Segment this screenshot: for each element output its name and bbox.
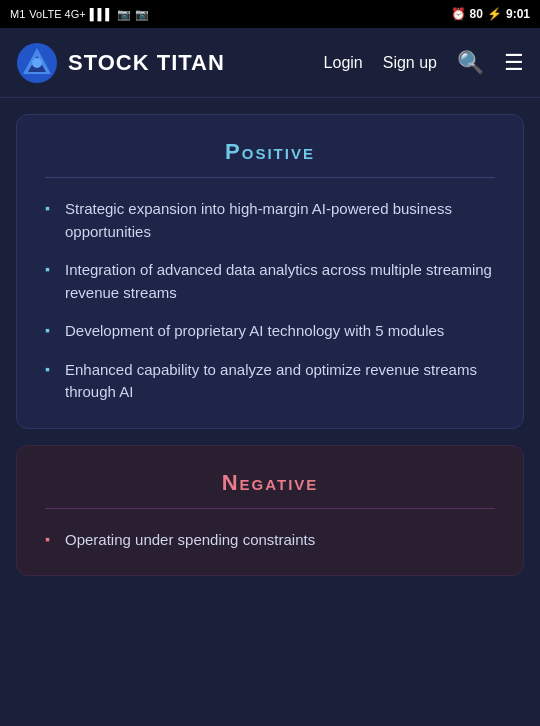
battery-label: 80 (470, 7, 483, 21)
negative-card-title: Negative (45, 470, 495, 496)
negative-divider (45, 508, 495, 509)
list-item: Enhanced capability to analyze and optim… (45, 359, 495, 404)
positive-divider (45, 177, 495, 178)
battery-icon: ⚡ (487, 7, 502, 21)
search-icon[interactable]: 🔍 (457, 50, 484, 76)
carrier-label: M1 (10, 8, 25, 20)
signal-icon: ▌▌▌ (90, 8, 113, 20)
status-left: M1 VoLTE 4G+ ▌▌▌ 📷 📷 (10, 8, 149, 21)
menu-icon[interactable]: ☰ (504, 50, 524, 76)
time-label: 9:01 (506, 7, 530, 21)
positive-card: Positive Strategic expansion into high-m… (16, 114, 524, 429)
positive-bullet-list: Strategic expansion into high-margin AI-… (45, 198, 495, 404)
list-item: Development of proprietary AI technology… (45, 320, 495, 343)
status-right: ⏰ 80 ⚡ 9:01 (451, 7, 530, 21)
status-bar: M1 VoLTE 4G+ ▌▌▌ 📷 📷 ⏰ 80 ⚡ 9:01 (0, 0, 540, 28)
network-label: VoLTE 4G+ (29, 8, 85, 20)
list-item: Operating under spending constraints (45, 529, 495, 552)
positive-card-title: Positive (45, 139, 495, 165)
main-content: Positive Strategic expansion into high-m… (0, 98, 540, 726)
negative-bullet-list: Operating under spending constraints (45, 529, 495, 552)
svg-point-3 (32, 58, 42, 68)
list-item: Strategic expansion into high-margin AI-… (45, 198, 495, 243)
logo-icon (16, 42, 58, 84)
login-link[interactable]: Login (324, 54, 363, 72)
signup-link[interactable]: Sign up (383, 54, 437, 72)
alarm-icon: ⏰ (451, 7, 466, 21)
negative-card: Negative Operating under spending constr… (16, 445, 524, 577)
navbar-links[interactable]: Login Sign up 🔍 ☰ (324, 50, 524, 76)
instagram-icon: 📷 (117, 8, 131, 21)
list-item: Integration of advanced data analytics a… (45, 259, 495, 304)
logo-text: STOCK TITAN (68, 50, 225, 76)
instagram2-icon: 📷 (135, 8, 149, 21)
navbar-logo: STOCK TITAN (16, 42, 324, 84)
navbar: STOCK TITAN Login Sign up 🔍 ☰ (0, 28, 540, 98)
